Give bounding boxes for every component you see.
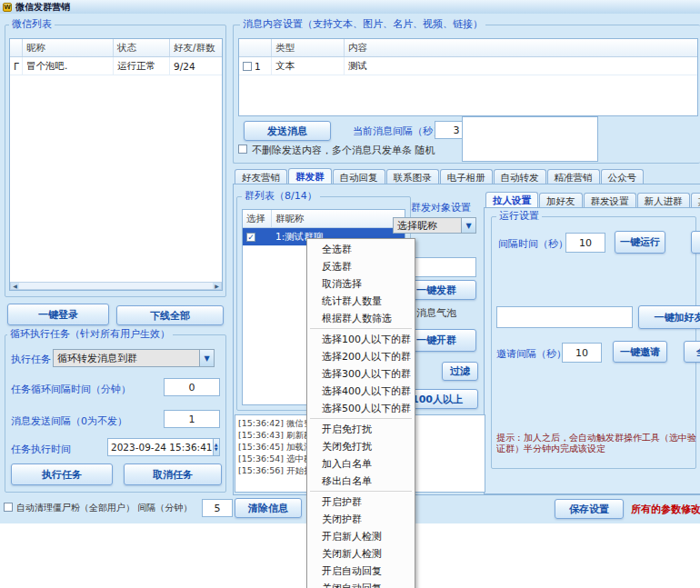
add-friends-button[interactable]: 一键加好友 xyxy=(638,305,700,329)
account-row-select[interactable]: Г xyxy=(10,57,23,75)
group-row-checkbox[interactable] xyxy=(246,233,255,242)
menu-item-under-300[interactable]: 选择300人以下的群 xyxy=(307,365,415,383)
send-gap-label: 消息发送间隔（0为不发） xyxy=(11,414,127,428)
offline-all-button[interactable]: 下线全部 xyxy=(116,305,224,325)
auto-clean-checkbox[interactable] xyxy=(4,503,13,512)
send-message-button[interactable]: 发送消息 xyxy=(244,121,331,141)
menu-item-guard-on[interactable]: 开启护群 xyxy=(307,493,415,511)
group-list-title: 群列表（8/14） xyxy=(242,191,320,202)
message-preview-textarea[interactable] xyxy=(462,116,598,162)
clear-log-button[interactable]: 清除信息 xyxy=(235,498,302,518)
spinner-icon[interactable]: ▲▼ xyxy=(213,439,219,455)
group-list-header: 选择 群昵称 xyxy=(243,210,405,228)
accounts-col-counts: 好友/群数 xyxy=(170,39,222,56)
run-settings-title: 运行设置 xyxy=(496,211,542,222)
invite-more-button[interactable]: 全选 xyxy=(684,341,700,363)
menu-item-newcomer-check-on[interactable]: 开启新人检测 xyxy=(307,528,415,545)
friend-id-input[interactable] xyxy=(496,306,633,328)
keep-content-checkbox[interactable] xyxy=(238,145,247,154)
run-interval-label: 间隔时间（秒） xyxy=(498,237,568,251)
menu-separator xyxy=(310,328,412,329)
message-table-header: 类型 内容 xyxy=(239,39,697,57)
menu-separator xyxy=(310,418,412,419)
accounts-col-select xyxy=(10,39,23,56)
menu-item-newcomer-check-off[interactable]: 关闭新人检测 xyxy=(307,545,415,563)
login-all-button[interactable]: 一键登录 xyxy=(7,304,109,325)
invite-interval-input[interactable]: 10 xyxy=(562,343,602,363)
accounts-table[interactable]: 昵称 状态 好友/群数 Г 冒个泡吧. 运行正常 9/24 xyxy=(9,38,223,291)
application-window: W 微信发群营销 微信列表 昵称 状态 好友/群数 Г 冒个泡吧. 运行正常 9… xyxy=(0,0,700,588)
menu-item-guard-off[interactable]: 关闭护群 xyxy=(307,511,415,528)
menu-separator xyxy=(310,491,412,492)
menu-item-filter-by-members[interactable]: 根据群人数筛选 xyxy=(307,310,415,327)
run-more-button[interactable]: 全自动 xyxy=(691,231,700,254)
group-col-select: 选择 xyxy=(243,210,272,227)
loop-interval-label: 任务循环间隔时间（分钟） xyxy=(11,383,131,396)
send-target-combo-value: 选择昵称 xyxy=(394,219,461,233)
right-panel-note: 提示：加人之后，会自动触发群操作工具（选中验证群）半分钟内完成该设定 xyxy=(496,433,700,458)
exec-task-combo[interactable]: 循环转发消息到群 ▼ xyxy=(53,349,215,367)
task-time-label: 任务执行时间 xyxy=(11,443,71,456)
menu-item-mute-on[interactable]: 开启免打扰 xyxy=(307,421,415,438)
task-time-value: 2023-09-24 15:36:41 xyxy=(108,442,213,453)
title-bar[interactable]: W 微信发群营销 xyxy=(0,0,700,14)
chevron-down-icon[interactable]: ▼ xyxy=(199,350,214,366)
menu-item-whitelist-add[interactable]: 加入白名单 xyxy=(307,455,415,473)
send-target-combo[interactable]: 选择昵称 ▼ xyxy=(393,217,476,234)
app-icon: W xyxy=(3,3,12,12)
message-row[interactable]: 1 文本 测试 xyxy=(239,57,697,75)
task-groupbox-title: 循环执行任务（针对所有用户生效） xyxy=(7,329,173,340)
account-row-status: 运行正常 xyxy=(114,57,170,75)
invite-all-button[interactable]: 一键邀请 xyxy=(613,341,667,363)
run-all-button[interactable]: 一键运行 xyxy=(615,231,665,254)
message-row-checkbox[interactable] xyxy=(243,62,252,71)
message-row-content: 测试 xyxy=(345,57,697,75)
menu-item-count-members[interactable]: 统计群人数量 xyxy=(307,293,415,310)
settings-notice: 所有的参数修改需要重启生效 xyxy=(631,503,700,516)
scroll-left-icon[interactable]: ◀ xyxy=(11,283,19,289)
menu-item-invert-select[interactable]: 反选群 xyxy=(307,258,415,275)
group-context-menu: 全选群 反选群 取消选择 统计群人数量 根据群人数筛选 选择100人以下的群 选… xyxy=(306,238,415,588)
invite-interval-label: 邀请间隔（秒） xyxy=(496,347,566,361)
menu-item-autoreply-off[interactable]: 关闭自动回复 xyxy=(307,580,415,588)
menu-item-under-500[interactable]: 选择500人以下的群 xyxy=(307,400,415,417)
menu-item-under-400[interactable]: 选择400人以下的群 xyxy=(307,383,415,400)
message-col-type: 类型 xyxy=(272,39,345,56)
menu-item-under-100[interactable]: 选择100人以下的群 xyxy=(307,331,415,348)
menu-item-autoreply-on[interactable]: 开启自动回复 xyxy=(307,563,415,580)
auto-clean-interval-input[interactable]: 5 xyxy=(202,499,233,517)
run-interval-input[interactable]: 10 xyxy=(565,233,605,253)
account-row-counts: 9/24 xyxy=(170,57,222,75)
accounts-col-status: 状态 xyxy=(114,39,170,56)
menu-item-under-200[interactable]: 选择200人以下的群 xyxy=(307,348,415,365)
save-settings-button[interactable]: 保存设置 xyxy=(555,499,624,519)
menu-item-deselect[interactable]: 取消选择 xyxy=(307,275,415,293)
send-gap-input[interactable]: 1 xyxy=(164,410,220,428)
message-table[interactable]: 类型 内容 1 文本 测试 xyxy=(238,38,698,116)
accounts-hscrollbar[interactable]: ◀ ▶ xyxy=(10,282,222,290)
group-row-select[interactable] xyxy=(243,228,272,245)
group-col-name: 群昵称 xyxy=(272,210,405,227)
message-groupbox-title: 消息内容设置（支持文本、图片、名片、视频、链接） xyxy=(240,19,485,30)
chevron-down-icon[interactable]: ▼ xyxy=(461,218,475,233)
exec-task-label: 执行任务 xyxy=(11,353,51,366)
accounts-table-header: 昵称 状态 好友/群数 xyxy=(10,39,222,57)
keep-content-label: 不删除发送内容，多个消息只发单条 随机 xyxy=(252,144,435,157)
cancel-task-button[interactable]: 取消任务 xyxy=(124,463,222,485)
window-title: 微信发群营销 xyxy=(15,1,70,14)
account-row[interactable]: Г 冒个泡吧. 运行正常 9/24 xyxy=(10,57,222,75)
message-col-content: 内容 xyxy=(345,39,697,56)
message-row-index: 1 xyxy=(255,61,261,72)
scroll-right-icon[interactable]: ▶ xyxy=(213,283,221,289)
run-task-button[interactable]: 执行任务 xyxy=(11,463,113,485)
task-time-input[interactable]: 2023-09-24 15:36:41 ▲▼ xyxy=(107,438,220,456)
filter-button[interactable]: 过滤 xyxy=(442,362,478,381)
message-gap-label: 当前消息间隔（秒） xyxy=(353,125,443,138)
menu-item-whitelist-remove[interactable]: 移出白名单 xyxy=(307,473,415,490)
menu-item-mute-off[interactable]: 关闭免打扰 xyxy=(307,438,415,455)
loop-interval-input[interactable]: 0 xyxy=(164,378,220,396)
account-row-nick: 冒个泡吧. xyxy=(23,57,114,75)
exec-task-combo-value: 循环转发消息到群 xyxy=(54,352,199,365)
message-row-select[interactable]: 1 xyxy=(239,57,272,75)
menu-item-select-all[interactable]: 全选群 xyxy=(307,241,415,258)
